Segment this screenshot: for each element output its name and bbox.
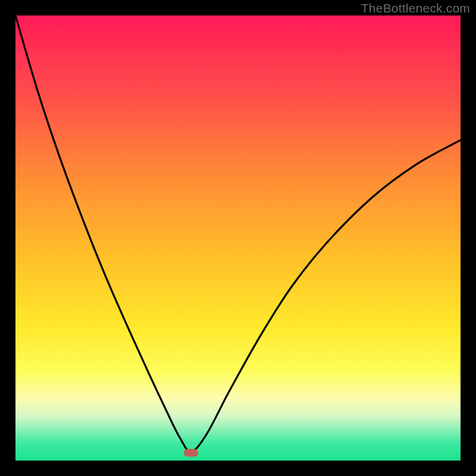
chart-frame: TheBottleneck.com [0, 0, 476, 476]
bottleneck-curve [15, 15, 461, 461]
optimum-marker [184, 449, 198, 456]
chart-plot-area [15, 15, 461, 461]
watermark-text: TheBottleneck.com [361, 1, 470, 15]
